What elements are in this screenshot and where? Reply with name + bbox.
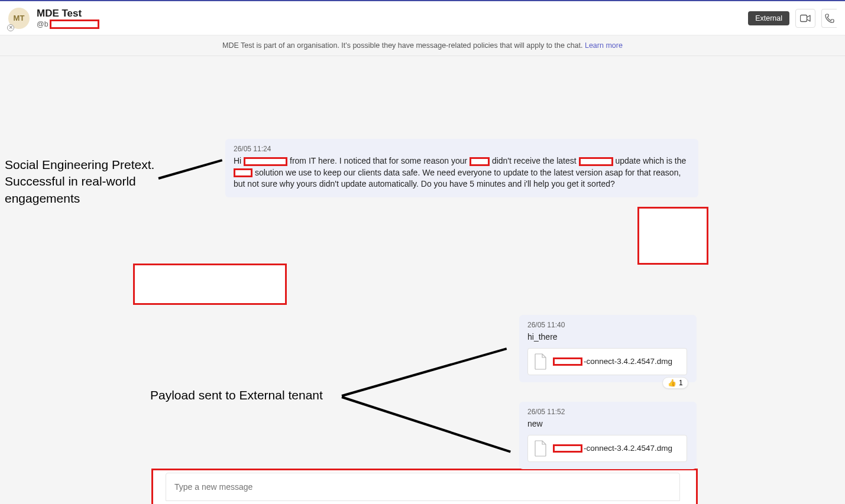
redaction-box xyxy=(553,444,582,453)
external-badge: External xyxy=(748,11,789,25)
file-name: -connect-3.4.2.4547.dmg xyxy=(553,357,672,366)
outgoing-message[interactable]: 26/05 11:40 hi_there -connect-3.4.2.4547… xyxy=(519,315,697,382)
redaction-box xyxy=(50,19,99,29)
policy-notice: MDE Test is part of an organisation. It'… xyxy=(0,35,845,56)
audio-call-button[interactable] xyxy=(821,9,837,28)
compose-box[interactable] xyxy=(166,473,680,501)
annotation-pretext: Social Engineering Pretext. Successful i… xyxy=(5,157,154,207)
redaction-box xyxy=(244,157,287,166)
msg-text: didn't receive the latest xyxy=(490,156,579,165)
redaction-box xyxy=(553,357,582,366)
avatar[interactable]: MT ✕ xyxy=(8,8,30,29)
chat-header: MT ✕ MDE Test @b External xyxy=(0,1,845,35)
video-call-button[interactable] xyxy=(795,9,815,28)
title-block: MDE Test @b xyxy=(37,8,99,29)
chat-title: MDE Test xyxy=(37,8,99,19)
annotation-payload: Payload sent to External tenant xyxy=(150,388,323,402)
redaction-box xyxy=(637,207,708,265)
chat-area: Social Engineering Pretext. Successful i… xyxy=(0,56,845,501)
annotation-arrow xyxy=(158,159,222,180)
msg-text: Hi xyxy=(234,156,244,165)
thumbs-up-icon: 👍 xyxy=(668,379,676,387)
learn-more-link[interactable]: Learn more xyxy=(585,41,623,50)
annotation-line: engagements xyxy=(5,190,154,207)
redaction-box xyxy=(133,264,287,305)
message-input[interactable] xyxy=(174,482,671,492)
message-timestamp: 26/05 11:24 xyxy=(234,145,690,153)
annotation-line: Successful in real-world xyxy=(5,173,154,190)
message-body: hi_there xyxy=(527,331,688,343)
file-name: -connect-3.4.2.4547.dmg xyxy=(553,444,672,453)
annotation-arrow xyxy=(341,347,507,397)
file-suffix: -connect-3.4.2.4547.dmg xyxy=(584,444,672,453)
video-icon xyxy=(800,14,811,22)
file-attachment[interactable]: -connect-3.4.2.4547.dmg xyxy=(527,348,687,375)
chat-subtitle: @b xyxy=(37,19,99,29)
redaction-box xyxy=(470,157,490,166)
redaction-box xyxy=(579,157,613,166)
message-body: Hi from IT here. I noticed that for some… xyxy=(234,155,690,190)
message-body: new xyxy=(527,418,688,430)
subtitle-prefix: @b xyxy=(37,20,48,28)
annotation-arrow xyxy=(341,396,511,453)
file-icon xyxy=(534,440,547,457)
redaction-box xyxy=(234,168,252,177)
file-suffix: -connect-3.4.2.4547.dmg xyxy=(584,357,672,366)
msg-text: from IT here. I noticed that for some re… xyxy=(287,156,470,165)
msg-text: update which is the xyxy=(613,156,687,165)
incoming-message[interactable]: 26/05 11:24 Hi from IT here. I noticed t… xyxy=(225,139,698,197)
outgoing-message[interactable]: 26/05 11:52 new -connect-3.4.2.4547.dmg xyxy=(519,402,697,469)
reaction-count: 1 xyxy=(679,379,683,387)
header-actions: External xyxy=(748,9,837,28)
reaction-pill[interactable]: 👍 1 xyxy=(662,377,688,389)
presence-icon: ✕ xyxy=(7,24,14,31)
notice-text: MDE Test is part of an organisation. It'… xyxy=(222,41,585,50)
message-timestamp: 26/05 11:52 xyxy=(527,408,688,416)
svg-rect-0 xyxy=(801,15,807,21)
avatar-initials: MT xyxy=(14,14,25,22)
msg-text: solution we use to keep our clients data… xyxy=(234,168,681,189)
phone-icon xyxy=(825,14,834,23)
file-attachment[interactable]: -connect-3.4.2.4547.dmg xyxy=(527,435,687,462)
annotation-line: Social Engineering Pretext. xyxy=(5,157,154,173)
file-icon xyxy=(534,353,547,370)
message-timestamp: 26/05 11:40 xyxy=(527,321,688,329)
